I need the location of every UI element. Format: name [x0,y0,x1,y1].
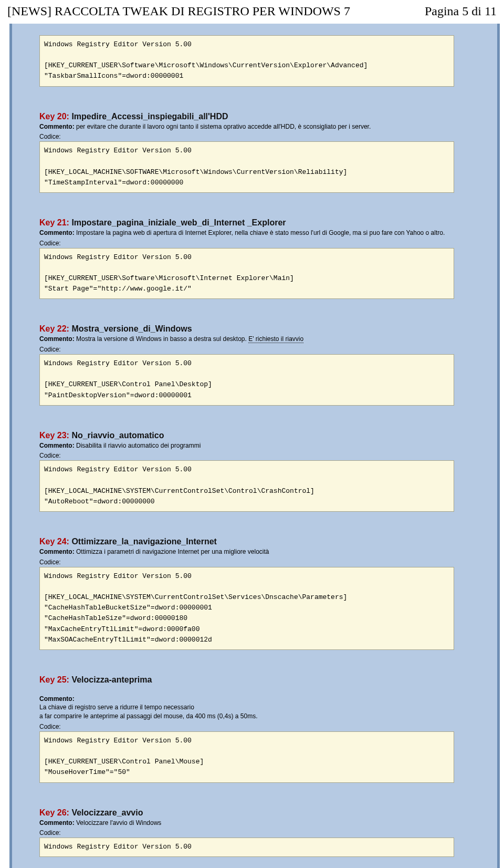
comment-label: Commento: [39,695,75,702]
comment-text: Disabilita il riavvio automatico dei pro… [76,442,201,449]
key-name: Velocizza-anteprima [71,675,152,684]
codice-label: Codice: [39,723,454,730]
key-title: Key 23: No_riavvio_automatico [39,431,454,440]
codice-label: Codice: [39,240,454,247]
comment-label: Commento: [39,442,75,449]
comment-line: Commento: La chiave di registro serve a … [39,686,454,721]
key-name: Mostra_versione_di_Windows [71,324,192,333]
comment-line: Commento: Ottimizza i parametri di navig… [39,547,454,556]
code-box: Windows Registry Editor Version 5.00 [HK… [39,35,454,87]
key-number: Key 26: [39,808,69,817]
comment-dotted: E' richiesto il riavvio [248,335,303,343]
code-box: Windows Registry Editor Version 5.00 [HK… [39,731,454,783]
key-number: Key 21: [39,218,69,227]
comment-text: La chiave di registro serve a ridurre il… [39,704,258,720]
key-block-21: Key 21: Impostare_pagina_iniziale_web_di… [39,218,454,299]
comment-line: Commento: Mostra la versione di Windows … [39,335,454,344]
comment-line: Commento: Impostare la pagina web di ape… [39,229,454,237]
comment-label: Commento: [39,548,75,555]
content-frame: Windows Registry Editor Version 5.00 [HK… [9,24,500,868]
key-title: Key 26: Velocizzare_avvio [39,808,454,818]
content-body: Windows Registry Editor Version 5.00 [HK… [18,29,491,862]
comment-text: Impostare la pagina web di apertura di I… [76,229,445,236]
key-block-20: Key 20: Impedire_Accessi_inspiegabili_al… [39,112,454,193]
comment-line: Commento: per evitare che durante il lav… [39,122,454,131]
comment-text: Mostra la versione di Windows in basso a… [76,335,248,343]
key-name: Impostare_pagina_iniziale_web_di_Interne… [71,218,286,227]
key-block-23: Key 23: No_riavvio_automatico Commento: … [39,431,454,512]
key-block-22: Key 22: Mostra_versione_di_Windows Comme… [39,324,454,405]
code-box: Windows Registry Editor Version 5.00 [HK… [39,460,454,512]
comment-label: Commento: [39,123,75,130]
key-number: Key 23: [39,431,69,440]
code-box: Windows Registry Editor Version 5.00 [HK… [39,354,454,406]
key-title: Key 22: Mostra_versione_di_Windows [39,324,454,334]
key-number: Key 20: [39,112,69,121]
codice-label: Codice: [39,452,454,459]
key-number: Key 22: [39,324,69,333]
key-name: Ottimizzare_la_navigazione_Internet [71,537,217,546]
comment-line: Commento: Velocizzare l'avvio di Windows [39,819,454,828]
top-code-block: Windows Registry Editor Version 5.00 [HK… [39,35,454,87]
comment-label: Commento: [39,335,75,343]
page-header: [NEWS] RACCOLTA TWEAK DI REGISTRO PER WI… [0,0,504,24]
key-title: Key 21: Impostare_pagina_iniziale_web_di… [39,218,454,228]
comment-label: Commento: [39,229,75,236]
code-box: Windows Registry Editor Version 5.00 [HK… [39,141,454,193]
header-title: [NEWS] RACCOLTA TWEAK DI REGISTRO PER WI… [7,4,350,18]
code-box: Windows Registry Editor Version 5.00 [HK… [39,567,454,650]
codice-label: Codice: [39,133,454,140]
key-title: Key 24: Ottimizzare_la_navigazione_Inter… [39,537,454,546]
key-number: Key 25: [39,675,69,684]
key-block-26: Key 26: Velocizzare_avvio Commento: Velo… [39,808,454,857]
comment-text: Velocizzare l'avvio di Windows [76,819,161,826]
key-block-24: Key 24: Ottimizzare_la_navigazione_Inter… [39,537,454,650]
key-name: No_riavvio_automatico [71,431,164,440]
codice-label: Codice: [39,559,454,566]
code-box: Windows Registry Editor Version 5.00 [HK… [39,248,454,299]
key-number: Key 24: [39,537,69,546]
key-title: Key 25: Velocizza-anteprima [39,675,454,685]
code-box: Windows Registry Editor Version 5.00 [39,838,454,857]
comment-line: Commento: Disabilita il riavvio automati… [39,441,454,450]
key-block-25: Key 25: Velocizza-anteprima Commento: La… [39,675,454,783]
key-title: Key 20: Impedire_Accessi_inspiegabili_al… [39,112,454,121]
header-page-info: Pagina 5 di 11 [425,4,497,18]
key-name: Impedire_Accessi_inspiegabili_all'HDD [71,112,228,121]
comment-text: Ottimizza i parametri di navigazione Int… [76,548,269,555]
codice-label: Codice: [39,346,454,353]
key-name: Velocizzare_avvio [71,808,143,817]
comment-label: Commento: [39,819,75,826]
codice-label: Codice: [39,829,454,836]
comment-text: per evitare che durante il lavoro ogni t… [76,123,371,130]
